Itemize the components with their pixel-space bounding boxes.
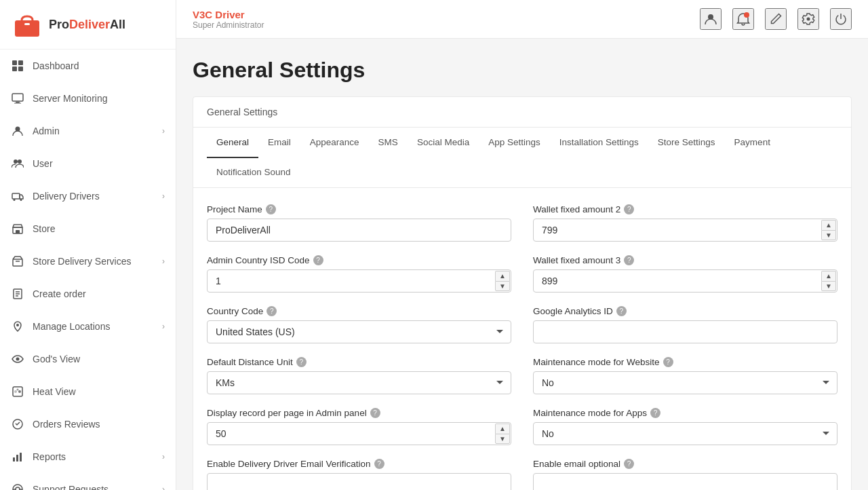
label-maintenance-website: Maintenance mode for Website ? xyxy=(533,357,837,367)
chevron-right-icon: › xyxy=(162,485,165,490)
tab-email[interactable]: Email xyxy=(258,128,300,158)
help-icon-display-record[interactable]: ? xyxy=(370,408,380,418)
svg-point-13 xyxy=(14,199,16,201)
sidebar-item-user[interactable]: User xyxy=(0,147,176,180)
sidebar-item-gods-view[interactable]: God's View xyxy=(0,343,176,375)
tab-appearance[interactable]: Appearance xyxy=(300,128,369,158)
sidebar-item-delivery-drivers[interactable]: Delivery Drivers › xyxy=(0,180,176,212)
chart-icon xyxy=(11,450,24,464)
spinner-up-admin-isd[interactable]: ▲ xyxy=(495,271,510,281)
sidebar-item-label: Server Monitoring xyxy=(33,92,165,105)
svg-point-34 xyxy=(16,487,20,490)
help-icon-distance-unit[interactable]: ? xyxy=(296,357,307,367)
help-icon-maintenance-website[interactable]: ? xyxy=(663,357,673,367)
tab-installation-settings[interactable]: Installation Settings xyxy=(550,128,648,158)
select-country-code[interactable]: United States (US) United Kingdom (GB) C… xyxy=(207,320,511,343)
alerts-button[interactable] xyxy=(732,8,754,30)
logo: ProDeliverAll xyxy=(0,0,176,50)
help-icon-project-name[interactable]: ? xyxy=(266,204,276,214)
sidebar-item-support-requests[interactable]: Support Requests › xyxy=(0,473,176,490)
sidebar-item-label: Delivery Drivers xyxy=(33,190,154,202)
spinner-down-wallet-3[interactable]: ▼ xyxy=(821,281,836,292)
svg-rect-6 xyxy=(12,94,23,101)
settings-tabs: General Email Appearance SMS Social Medi… xyxy=(193,128,851,188)
support-icon xyxy=(11,483,24,490)
input-display-record[interactable] xyxy=(207,422,511,445)
svg-point-28 xyxy=(17,389,19,391)
help-icon-wallet-3[interactable]: ? xyxy=(624,255,634,265)
label-wallet-2: Wallet fixed amount 2 ? xyxy=(533,204,837,214)
form-grid: Project Name ? Wallet fixed amount 2 ? xyxy=(207,204,837,490)
tab-sms[interactable]: SMS xyxy=(369,128,408,158)
form-group-maintenance-apps: Maintenance mode for Apps ? No Yes xyxy=(533,408,837,445)
settings-button[interactable] xyxy=(797,8,819,30)
input-wallet-3[interactable] xyxy=(533,269,837,293)
header-role: Super Administrator xyxy=(193,20,264,30)
spinner-down-admin-isd[interactable]: ▼ xyxy=(495,281,510,292)
edit-button[interactable] xyxy=(765,8,787,30)
help-icon-maintenance-apps[interactable]: ? xyxy=(650,408,660,418)
help-icon-admin-isd[interactable]: ? xyxy=(313,255,323,265)
select-maintenance-website[interactable]: No Yes xyxy=(533,371,837,394)
sidebar-item-label: Manage Locations xyxy=(33,320,154,333)
tab-notification-sound[interactable]: Notification Sound xyxy=(207,157,300,188)
help-icon-email-optional[interactable]: ? xyxy=(624,459,634,469)
label-country-code: Country Code ? xyxy=(207,306,511,316)
input-wallet-2[interactable] xyxy=(533,219,837,242)
sidebar-item-label: God's View xyxy=(33,353,165,365)
sidebar-item-store-delivery-services[interactable]: Store Delivery Services › xyxy=(0,245,176,278)
label-google-analytics: Google Analytics ID ? xyxy=(533,306,837,316)
input-admin-isd[interactable] xyxy=(207,269,511,293)
chevron-right-icon: › xyxy=(162,452,165,461)
spinner-up-display-record[interactable]: ▲ xyxy=(495,423,510,434)
sidebar-item-label: Create order xyxy=(33,288,165,300)
form-group-email-optional: Enable email optional ? xyxy=(533,459,837,490)
sidebar-item-dashboard[interactable]: Dashboard xyxy=(0,50,176,82)
settings-card: General Settings General Email Appearanc… xyxy=(193,96,852,490)
help-icon-google-analytics[interactable]: ? xyxy=(616,306,627,316)
user-profile-button[interactable] xyxy=(700,8,722,30)
input-project-name[interactable] xyxy=(207,219,511,242)
sidebar-item-heat-view[interactable]: Heat View xyxy=(0,375,176,408)
label-maintenance-apps: Maintenance mode for Apps ? xyxy=(533,408,837,418)
chevron-right-icon: › xyxy=(162,322,165,331)
sidebar-navigation: Dashboard Server Monitoring Admin › User xyxy=(0,50,176,490)
tab-general[interactable]: General xyxy=(207,128,258,158)
sidebar-item-server-monitoring[interactable]: Server Monitoring xyxy=(0,82,176,115)
help-icon-wallet-2[interactable]: ? xyxy=(624,204,634,214)
svg-point-11 xyxy=(18,159,22,164)
spinner-up-wallet-3[interactable]: ▲ xyxy=(821,271,836,281)
tab-store-settings[interactable]: Store Settings xyxy=(648,128,725,158)
sidebar-item-create-order[interactable]: Create order xyxy=(0,278,176,310)
delivery-box-icon xyxy=(11,255,24,268)
help-icon-country-code[interactable]: ? xyxy=(267,306,277,316)
sidebar-item-reports[interactable]: Reports › xyxy=(0,440,176,473)
location-icon xyxy=(11,320,24,333)
form-group-driver-email-verification: Enable Delivery Driver Email Verificatio… xyxy=(207,459,511,490)
sidebar-item-admin[interactable]: Admin › xyxy=(0,115,176,147)
svg-point-26 xyxy=(14,390,17,393)
spinner-down-display-record[interactable]: ▼ xyxy=(495,434,510,445)
tab-payment[interactable]: Payment xyxy=(725,128,780,158)
help-icon-driver-email-verification[interactable]: ? xyxy=(374,459,384,469)
sidebar-item-manage-locations[interactable]: Manage Locations › xyxy=(0,310,176,343)
people-icon xyxy=(11,157,24,170)
spinner-up-wallet-2[interactable]: ▲ xyxy=(821,220,836,230)
sidebar-item-orders-reviews[interactable]: Orders Reviews xyxy=(0,408,176,440)
tab-app-settings[interactable]: App Settings xyxy=(479,128,550,158)
select-distance-unit[interactable]: KMs Miles xyxy=(207,371,511,394)
power-button[interactable] xyxy=(830,8,852,30)
tab-social-media[interactable]: Social Media xyxy=(408,128,479,158)
form-group-maintenance-website: Maintenance mode for Website ? No Yes xyxy=(533,357,837,394)
svg-point-24 xyxy=(16,358,20,361)
spinner-down-wallet-2[interactable]: ▼ xyxy=(821,230,836,241)
input-driver-email-verification[interactable] xyxy=(207,473,511,490)
select-maintenance-apps[interactable]: No Yes xyxy=(533,422,837,445)
sidebar-item-label: Support Requests xyxy=(33,483,154,490)
sidebar-item-store[interactable]: Store xyxy=(0,212,176,245)
page-content: General Settings General Settings Genera… xyxy=(176,39,868,490)
input-email-optional[interactable] xyxy=(533,473,837,490)
label-display-record: Display record per page in Admin panel ? xyxy=(207,408,511,418)
settings-card-header: General Settings xyxy=(193,97,851,128)
input-google-analytics[interactable] xyxy=(533,320,837,343)
